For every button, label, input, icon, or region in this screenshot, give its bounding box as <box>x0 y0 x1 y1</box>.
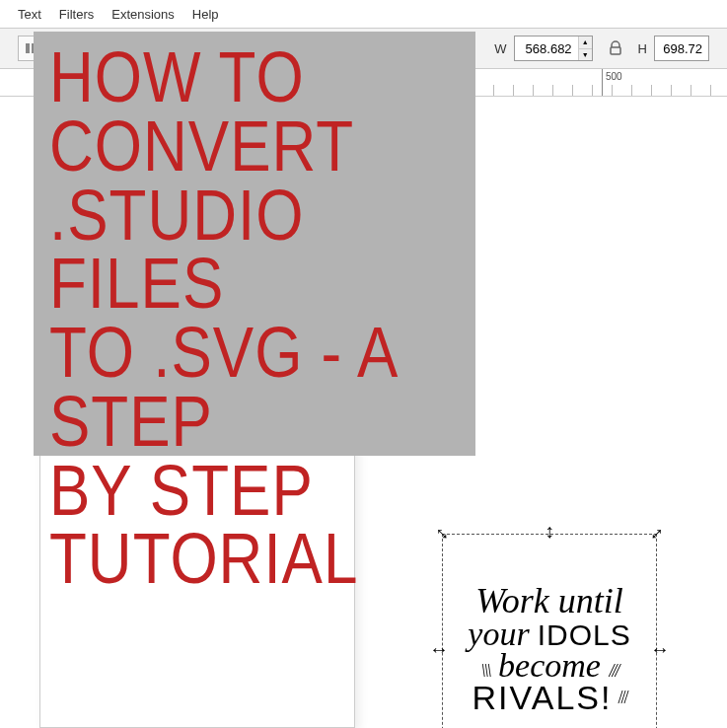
menu-help[interactable]: Help <box>192 7 219 22</box>
width-step-down[interactable]: ▼ <box>579 49 592 61</box>
quote-line-2a: your <box>468 619 529 650</box>
height-label: H <box>638 41 648 56</box>
menubar: Text Filters Extensions Help <box>0 0 727 28</box>
lock-aspect-icon[interactable] <box>605 37 626 59</box>
selected-artwork[interactable]: Work until your IDOLS \\\ become /// RIV… <box>451 543 648 728</box>
width-label: W <box>494 41 507 56</box>
selection-bounding-box[interactable]: Work until your IDOLS \\\ become /// RIV… <box>442 534 657 728</box>
tutorial-overlay: HOW TO CONVERT .STUDIO FILES TO .SVG - A… <box>34 32 475 456</box>
menu-filters[interactable]: Filters <box>59 7 94 22</box>
quote-line-1: Work until <box>451 584 648 618</box>
accent-icon: /// <box>609 661 618 681</box>
width-spinbox[interactable]: ▲ ▼ <box>514 36 593 61</box>
resize-handle-l[interactable]: ↔ <box>429 639 449 659</box>
width-input[interactable] <box>515 36 578 60</box>
height-spinbox[interactable] <box>654 36 709 61</box>
accent-icon: \\\ <box>481 661 490 681</box>
quote-line-4: RIVALS! <box>473 682 613 713</box>
height-input[interactable] <box>655 36 708 60</box>
tutorial-title: HOW TO CONVERT .STUDIO FILES TO .SVG - A… <box>49 43 460 595</box>
quote-line-2b: IDOLS <box>538 621 631 650</box>
menu-text[interactable]: Text <box>18 7 41 22</box>
width-step-up[interactable]: ▲ <box>579 36 592 49</box>
accent-icon: /// <box>618 690 626 706</box>
menu-extensions[interactable]: Extensions <box>111 7 175 22</box>
ruler-tick: 500 <box>602 69 603 96</box>
resize-handle-t[interactable]: ↕ <box>540 521 559 541</box>
svg-rect-2 <box>611 47 620 54</box>
svg-rect-0 <box>26 43 30 53</box>
resize-handle-r[interactable]: ↔ <box>650 639 670 659</box>
resize-handle-tr[interactable]: ↕ <box>644 519 672 546</box>
